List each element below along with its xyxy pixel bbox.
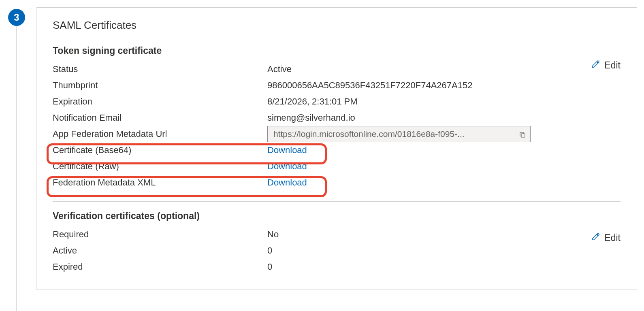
cert-base64-label: Certificate (Base64) [53, 145, 267, 156]
expiration-value: 8/21/2026, 2:31:01 PM [267, 96, 621, 107]
step-connector-line [16, 26, 17, 311]
required-value: No [267, 229, 621, 240]
row-thumbprint: Thumbprint 986000656AA5C89536F43251F7220… [53, 77, 621, 94]
step-number: 3 [14, 12, 19, 23]
active-value: 0 [267, 245, 621, 256]
saml-certificates-card: SAML Certificates Edit Token signing cer… [36, 7, 637, 290]
row-notification-email: Notification Email simeng@silverhand.io [53, 110, 621, 126]
thumbprint-label: Thumbprint [53, 80, 267, 91]
svg-rect-0 [521, 134, 525, 137]
pencil-icon [591, 232, 600, 243]
pencil-icon [591, 60, 600, 71]
status-label: Status [53, 64, 267, 75]
expired-value: 0 [267, 262, 621, 272]
verification-rows: Required No Active 0 Expired 0 [53, 226, 621, 275]
metadata-xml-label: Federation Metadata XML [53, 177, 267, 188]
copy-icon[interactable] [519, 130, 526, 138]
edit-label: Edit [604, 60, 621, 71]
cert-raw-label: Certificate (Raw) [53, 161, 267, 172]
card-title: SAML Certificates [53, 19, 621, 32]
edit-label: Edit [604, 232, 621, 243]
row-cert-base64: Certificate (Base64) Download [53, 142, 621, 158]
federation-url-value: https://login.microsoftonline.com/01816e… [273, 129, 515, 139]
federation-url-field[interactable]: https://login.microsoftonline.com/01816e… [267, 126, 531, 142]
step-number-badge: 3 [8, 9, 25, 26]
section-divider [53, 201, 621, 202]
verification-heading: Verification certificates (optional) [53, 211, 621, 222]
status-value: Active [267, 64, 621, 75]
edit-verification-button[interactable]: Edit [591, 232, 621, 243]
row-cert-raw: Certificate (Raw) Download [53, 158, 621, 175]
row-status: Status Active [53, 61, 621, 77]
notification-email-value: simeng@silverhand.io [267, 113, 621, 123]
row-expiration: Expiration 8/21/2026, 2:31:01 PM [53, 94, 621, 110]
row-active: Active 0 [53, 243, 621, 259]
required-label: Required [53, 229, 267, 240]
row-federation-url: App Federation Metadata Url https://logi… [53, 126, 621, 142]
download-metadata-xml-link[interactable]: Download [267, 177, 307, 187]
token-signing-rows: Status Active Thumbprint 986000656AA5C89… [53, 61, 621, 191]
notification-email-label: Notification Email [53, 113, 267, 123]
download-cert-base64-link[interactable]: Download [267, 145, 307, 155]
download-cert-raw-link[interactable]: Download [267, 161, 307, 171]
row-metadata-xml: Federation Metadata XML Download [53, 175, 621, 191]
federation-url-label: App Federation Metadata Url [53, 129, 267, 139]
edit-token-signing-button[interactable]: Edit [591, 60, 621, 71]
thumbprint-value: 986000656AA5C89536F43251F7220F74A267A152 [267, 80, 621, 91]
row-expired: Expired 0 [53, 259, 621, 275]
expiration-label: Expiration [53, 96, 267, 107]
active-label: Active [53, 245, 267, 256]
token-signing-heading: Token signing certificate [53, 45, 621, 56]
row-required: Required No [53, 226, 621, 243]
expired-label: Expired [53, 262, 267, 272]
